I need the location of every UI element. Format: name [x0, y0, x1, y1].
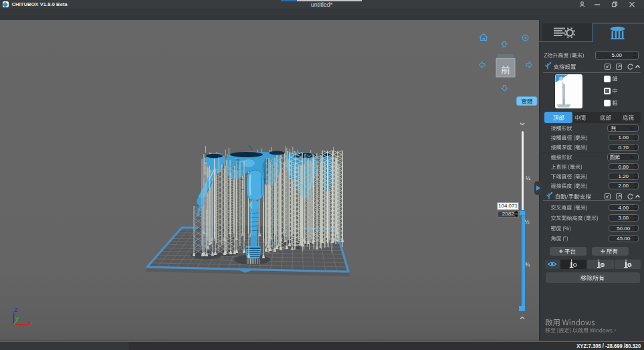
svg-text:Z: Z [14, 307, 18, 313]
svg-text:Y: Y [15, 316, 19, 323]
svg-text:X: X [27, 320, 31, 326]
